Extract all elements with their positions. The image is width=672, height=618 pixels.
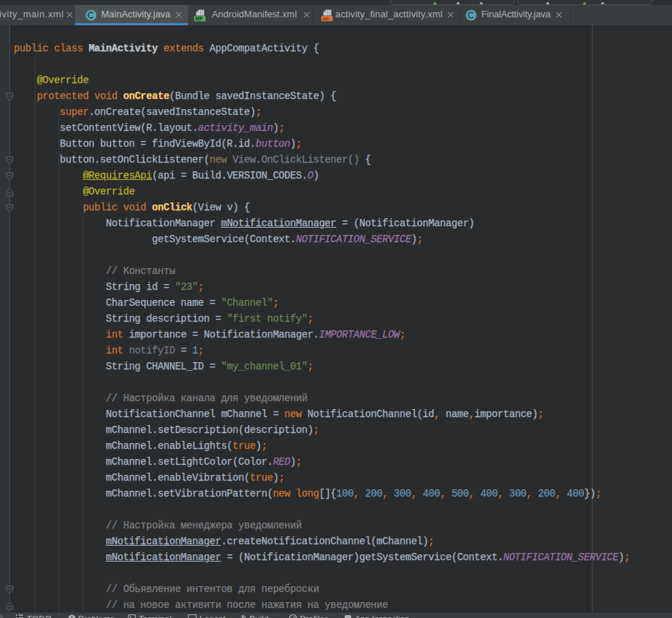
svg-text:</>: </> — [322, 17, 329, 21]
svg-text:MF: MF — [196, 16, 204, 21]
